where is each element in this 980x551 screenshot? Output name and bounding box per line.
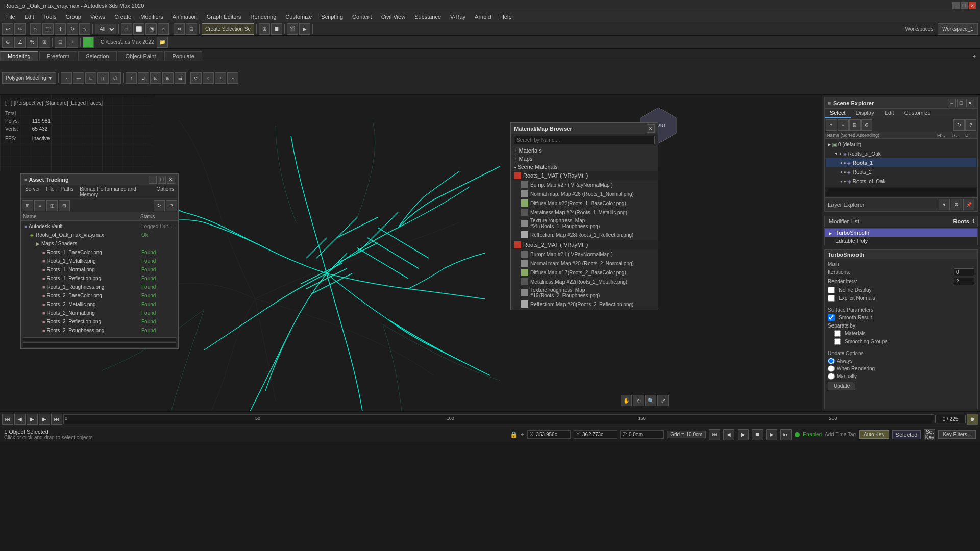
orbit-button[interactable]: ↻ <box>633 395 644 406</box>
timeline-frame-display[interactable]: 0 / 225 <box>935 415 966 423</box>
se-item-roots-of-oak-group[interactable]: ▼ ● ◈ Roots_of_Oak <box>826 149 976 158</box>
scene-explorer-controls[interactable]: – ☐ ✕ <box>948 99 974 107</box>
menu-item-help[interactable]: Help <box>496 13 516 21</box>
at-row-normal1[interactable]: ■ Roots_1_Normal.png Found <box>22 265 177 274</box>
timeline-track[interactable]: 0 50 100 150 200 <box>63 414 934 424</box>
select-filter-dropdown[interactable]: All <box>95 24 116 34</box>
scale-button[interactable]: ⤡ <box>79 23 90 35</box>
modifier-turbosmooth[interactable]: ▶ TurboSmooth <box>825 229 977 237</box>
scene-explorer-minimize[interactable]: – <box>948 99 956 107</box>
sb-next-frame[interactable]: ▶ <box>766 429 777 440</box>
mirror-button[interactable]: ⇔ <box>174 23 185 35</box>
menu-item-substance[interactable]: Substance <box>410 13 445 21</box>
sb-stop[interactable]: ⏹ <box>752 429 763 440</box>
at-row-reflection2[interactable]: ■ Roots_2_Reflection.png Found <box>22 317 177 326</box>
tab-object-paint[interactable]: Object Paint <box>118 51 164 61</box>
menu-item-customize[interactable]: Customize <box>281 13 316 21</box>
menu-item-views[interactable]: Views <box>86 13 109 21</box>
at-tb-help[interactable]: ? <box>166 200 177 211</box>
menu-item-file[interactable]: File <box>2 13 19 21</box>
maximize-button[interactable]: ☐ <box>961 2 968 9</box>
menu-item-create[interactable]: Create <box>110 13 135 21</box>
percent-snap-button[interactable]: % <box>27 37 38 48</box>
move-button[interactable]: ✛ <box>55 23 66 35</box>
sb-play[interactable]: ▶ <box>738 429 749 440</box>
layer-explorer-pin[interactable]: 📌 <box>963 199 974 210</box>
se-filter-button[interactable]: ⊟ <box>849 119 861 131</box>
zoom-button[interactable]: 🔍 <box>645 395 656 406</box>
menu-item-v-ray[interactable]: V-Ray <box>446 13 470 21</box>
tab-extra[interactable]: + <box>969 52 980 61</box>
lasso-select-button[interactable]: ⬔ <box>145 23 157 35</box>
menu-item-rendering[interactable]: Rendering <box>247 13 281 21</box>
coord-y[interactable]: Y: 362.773c <box>574 430 617 439</box>
at-menu-options[interactable]: Options <box>155 186 176 198</box>
sb-prev-frame[interactable]: ◀ <box>723 429 734 440</box>
se-item-roots1[interactable]: ● ● ◈ Roots_1 <box>826 158 976 167</box>
timeline-prev-key[interactable]: ⏮ <box>2 414 13 425</box>
timeline-play[interactable]: ▶ <box>27 414 38 425</box>
ts-smooth-result-checkbox[interactable] <box>828 314 835 321</box>
menu-item-group[interactable]: Group <box>61 13 85 21</box>
extrude-button[interactable]: ↑ <box>126 72 137 84</box>
mat-item-diffuse1[interactable]: Diffuse:Map #23(Roots_1_BaseColor.png) <box>511 198 658 208</box>
loop-button[interactable]: ↺ <box>190 72 202 84</box>
mat-item-bump2[interactable]: Bump: Map #21 ( VRayNormalMap ) <box>511 249 658 259</box>
select-by-name-button[interactable]: ≡ <box>121 23 132 35</box>
minimize-button[interactable]: – <box>952 2 960 9</box>
se-refresh-button[interactable]: ↻ <box>953 119 965 131</box>
set-key-button[interactable]: Set Key <box>924 429 935 440</box>
ts-manually-radio[interactable] <box>828 373 835 380</box>
vertex-mode-button[interactable]: · <box>61 72 72 84</box>
rotate-button[interactable]: ↻ <box>67 23 78 35</box>
timeline-next-frame[interactable]: ▶ <box>39 414 50 425</box>
align-button[interactable]: ⊟ <box>186 23 197 35</box>
mat-group2-header[interactable]: Roots_2_MAT ( VRayMtl ) <box>511 240 658 249</box>
se-tab-select[interactable]: Select <box>825 109 851 118</box>
se-item-roots-of-oak3[interactable]: ● ● ◈ Roots_of_Oak <box>826 177 976 186</box>
sb-prev-key[interactable]: ⏮ <box>709 429 720 440</box>
at-tb-refresh[interactable]: ↻ <box>154 200 165 211</box>
rectangle-select-button[interactable]: ⬜ <box>133 23 144 35</box>
spinner-snap-button[interactable]: ⊞ <box>39 37 50 48</box>
menu-item-civil-view[interactable]: Civil View <box>377 13 409 21</box>
ts-update-button[interactable]: Update <box>828 382 855 390</box>
path-browse-button[interactable]: 📁 <box>157 37 168 48</box>
polygon-modeling-button[interactable]: Polygon Modeling ▼ <box>2 72 56 84</box>
at-row-metallic2[interactable]: ■ Roots_2_Metallic.png Found <box>22 300 177 309</box>
chamfer-button[interactable]: ⊿ <box>138 72 149 84</box>
at-row-roughness1[interactable]: ■ Roots_1_Roughness.png Found <box>22 283 177 291</box>
mat-section-materials[interactable]: + Materials <box>511 146 658 155</box>
bevel-button[interactable]: ⊡ <box>150 72 161 84</box>
wire-color-button[interactable] <box>83 37 94 48</box>
edit-named-sel-button[interactable]: ⊟ <box>55 37 66 48</box>
menu-item-arnold[interactable]: Arnold <box>471 13 495 21</box>
timeline-record[interactable]: ⏺ <box>967 414 978 425</box>
ts-explicit-normals-checkbox[interactable] <box>828 295 835 302</box>
se-delete-button[interactable]: − <box>838 119 849 131</box>
layer-explorer-settings[interactable]: ⚙ <box>951 199 962 210</box>
select-object-button[interactable]: ↖ <box>30 23 41 35</box>
se-tab-display[interactable]: Display <box>851 109 879 118</box>
se-tab-edit[interactable]: Edit <box>879 109 899 118</box>
mat-search-input[interactable] <box>514 136 655 144</box>
se-item-roots2[interactable]: ● ● ◈ Roots_2 <box>826 167 976 177</box>
mat-section-scene[interactable]: - Scene Materials <box>511 163 658 171</box>
auto-key-button[interactable]: Auto Key <box>859 430 889 439</box>
grow-button[interactable]: + <box>215 72 226 84</box>
at-row-metallic1[interactable]: ■ Roots_1_Metallic.png Found <box>22 257 177 265</box>
scene-explorer-button[interactable]: ≣ <box>271 23 282 35</box>
edge-mode-button[interactable]: — <box>73 72 84 84</box>
tab-modeling[interactable]: Modeling <box>0 51 38 61</box>
at-row-reflection1[interactable]: ■ Roots_1_Reflection.png Found <box>22 274 177 283</box>
mat-item-metalness1[interactable]: Metalness:Map #24(Roots_1_Metallic.png) <box>511 208 658 217</box>
coord-x[interactable]: X: 353.956c <box>527 430 571 439</box>
menu-item-scripting[interactable]: Scripting <box>317 13 347 21</box>
mat-group1-header[interactable]: Roots_1_MAT ( VRayMtl ) <box>511 171 658 180</box>
inset-button[interactable]: ⊞ <box>162 72 174 84</box>
render-setup-button[interactable]: 🎬 <box>287 23 298 35</box>
se-tab-customize[interactable]: Customize <box>899 109 936 118</box>
mat-browser-close[interactable]: ✕ <box>647 124 655 133</box>
at-row-basecolor1[interactable]: ■ Roots_1_BaseColor.png Found <box>22 248 177 257</box>
sb-next-key[interactable]: ⏭ <box>780 429 792 440</box>
